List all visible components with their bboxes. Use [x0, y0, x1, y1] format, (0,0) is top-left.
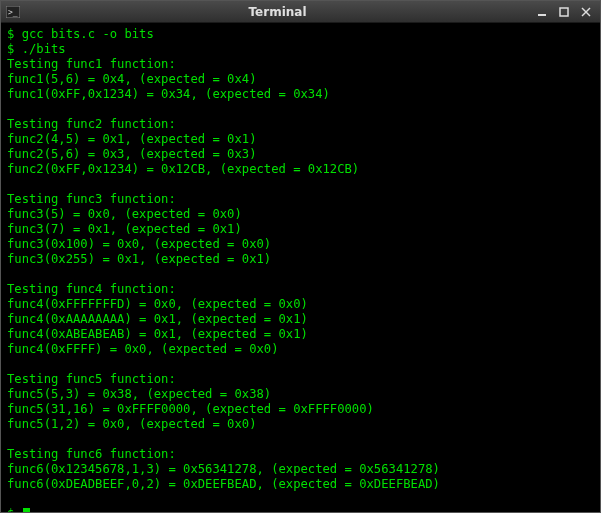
terminal-output[interactable]: $ gcc bits.c -o bits$ ./bitsTesting func… — [1, 23, 600, 512]
terminal-line: func2(5,6) = 0x3, (expected = 0x3) — [7, 147, 594, 162]
svg-text:>_: >_ — [8, 8, 18, 17]
terminal-line: func4(0xABEABEAB) = 0x1, (expected = 0x1… — [7, 327, 594, 342]
terminal-line: func5(1,2) = 0x0, (expected = 0x0) — [7, 417, 594, 432]
svg-rect-3 — [560, 8, 568, 16]
terminal-line: func1(5,6) = 0x4, (expected = 0x4) — [7, 72, 594, 87]
terminal-line: func5(5,3) = 0x38, (expected = 0x38) — [7, 387, 594, 402]
terminal-line: func3(0x255) = 0x1, (expected = 0x1) — [7, 252, 594, 267]
prompt: $ — [7, 507, 22, 512]
terminal-icon: >_ — [5, 4, 21, 20]
terminal-line: $ ./bits — [7, 42, 594, 57]
window-controls — [534, 5, 594, 19]
terminal-line: func6(0x12345678,1,3) = 0x56341278, (exp… — [7, 462, 594, 477]
terminal-line — [7, 357, 594, 372]
terminal-line: func2(4,5) = 0x1, (expected = 0x1) — [7, 132, 594, 147]
terminal-line: Testing func2 function: — [7, 117, 594, 132]
maximize-button[interactable] — [556, 5, 572, 19]
terminal-line: func4(0xAAAAAAAA) = 0x1, (expected = 0x1… — [7, 312, 594, 327]
terminal-line: Testing func6 function: — [7, 447, 594, 462]
terminal-line: func1(0xFF,0x1234) = 0x34, (expected = 0… — [7, 87, 594, 102]
terminal-line: func4(0xFFFFFFFD) = 0x0, (expected = 0x0… — [7, 297, 594, 312]
titlebar[interactable]: >_ Terminal — [1, 1, 600, 23]
terminal-line — [7, 432, 594, 447]
minimize-button[interactable] — [534, 5, 550, 19]
terminal-line: Testing func3 function: — [7, 192, 594, 207]
terminal-line: func3(7) = 0x1, (expected = 0x1) — [7, 222, 594, 237]
terminal-line: func6(0xDEADBEEF,0,2) = 0xDEEFBEAD, (exp… — [7, 477, 594, 492]
terminal-line: func5(31,16) = 0xFFFF0000, (expected = 0… — [7, 402, 594, 417]
close-button[interactable] — [578, 5, 594, 19]
terminal-line — [7, 492, 594, 507]
terminal-line: Testing func5 function: — [7, 372, 594, 387]
terminal-line: func4(0xFFFF) = 0x0, (expected = 0x0) — [7, 342, 594, 357]
terminal-window: >_ Terminal $ gcc bits.c -o bits$ ./bits… — [0, 0, 601, 513]
terminal-prompt-line[interactable]: $ — [7, 507, 594, 512]
terminal-line: Testing func4 function: — [7, 282, 594, 297]
terminal-line — [7, 267, 594, 282]
terminal-line: func3(0x100) = 0x0, (expected = 0x0) — [7, 237, 594, 252]
terminal-line — [7, 102, 594, 117]
terminal-line: Testing func1 function: — [7, 57, 594, 72]
terminal-line: func3(5) = 0x0, (expected = 0x0) — [7, 207, 594, 222]
window-title: Terminal — [21, 5, 534, 19]
terminal-line: func2(0xFF,0x1234) = 0x12CB, (expected =… — [7, 162, 594, 177]
terminal-line — [7, 177, 594, 192]
cursor — [23, 508, 30, 512]
terminal-line: $ gcc bits.c -o bits — [7, 27, 594, 42]
